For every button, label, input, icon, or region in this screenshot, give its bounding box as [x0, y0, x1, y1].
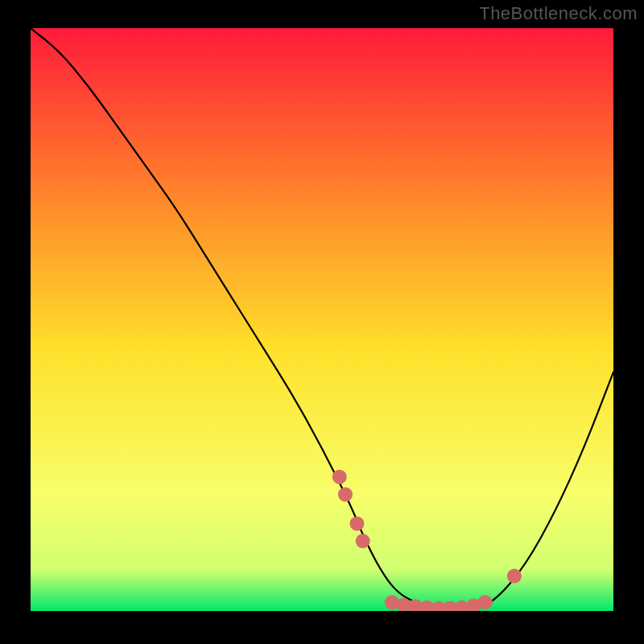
chart-container: TheBottleneck.com	[0, 0, 644, 644]
highlight-dot	[332, 469, 347, 484]
highlight-dot	[349, 516, 364, 530]
highlight-dot	[507, 569, 522, 584]
gradient-background	[31, 28, 613, 611]
highlight-dot	[338, 487, 353, 502]
plot-svg	[31, 28, 613, 611]
highlight-dot	[478, 595, 493, 609]
highlight-dot	[356, 534, 370, 548]
watermark: TheBottleneck.com	[479, 3, 638, 24]
plot-area	[31, 28, 613, 611]
